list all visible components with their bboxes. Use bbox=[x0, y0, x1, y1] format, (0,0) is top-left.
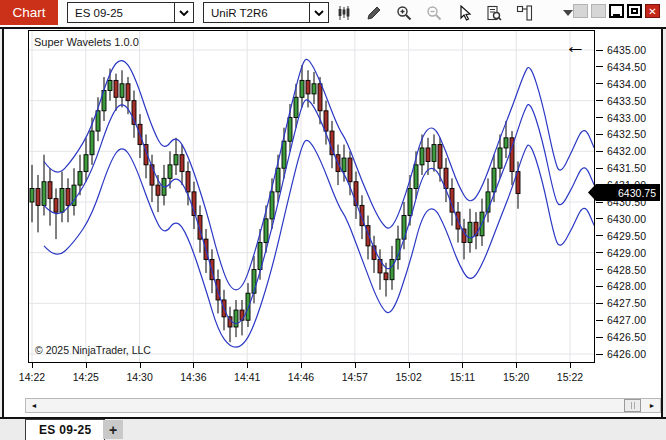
time-axis-label: 14:36 bbox=[171, 371, 215, 383]
candle-up bbox=[246, 293, 250, 320]
window-border bbox=[661, 27, 663, 419]
price-axis-label: 6430.00 bbox=[596, 212, 646, 226]
scrollbar-thumb[interactable] bbox=[624, 399, 641, 412]
chart-type-icon[interactable] bbox=[334, 3, 354, 23]
candle-down bbox=[324, 111, 328, 131]
candle-up bbox=[294, 97, 298, 117]
time-axis-tick bbox=[86, 363, 87, 368]
time-axis-label: 14:25 bbox=[64, 371, 108, 383]
time-axis-label: 14:46 bbox=[279, 371, 323, 383]
copyright-label: © 2025 NinjaTrader, LLC bbox=[35, 344, 151, 356]
candle-up bbox=[504, 138, 508, 148]
candle-up bbox=[108, 80, 112, 90]
interval-value: UniR T2R6 bbox=[204, 7, 309, 19]
time-axis-tick bbox=[193, 363, 194, 368]
candle-up bbox=[420, 148, 424, 165]
time-axis-tick bbox=[247, 363, 248, 368]
price-axis-label: 6426.50 bbox=[596, 330, 646, 344]
candle-up bbox=[276, 168, 280, 192]
price-axis-label: 6433.50 bbox=[596, 94, 646, 108]
candle-down bbox=[48, 182, 52, 199]
time-axis-label: 15:22 bbox=[548, 371, 592, 383]
time-axis-label: 15:11 bbox=[440, 371, 484, 383]
candle-down bbox=[156, 185, 160, 195]
time-axis-tick bbox=[570, 363, 571, 368]
zoom-out-icon[interactable] bbox=[424, 3, 444, 23]
toolbar-icons bbox=[334, 3, 578, 23]
last-price-tag: 6430.75 bbox=[588, 184, 660, 201]
price-axis-label: 6431.50 bbox=[596, 161, 646, 175]
scroll-left-arrow-icon[interactable]: ◄ bbox=[26, 399, 42, 412]
price-axis-label: 6429.00 bbox=[596, 246, 646, 260]
time-axis-label: 15:02 bbox=[387, 371, 431, 383]
time-axis-tick bbox=[409, 363, 410, 368]
candle-down bbox=[66, 188, 70, 205]
candle-down bbox=[54, 199, 58, 213]
minimize-button[interactable] bbox=[609, 4, 624, 18]
blank-button[interactable] bbox=[591, 4, 606, 18]
candle-up bbox=[408, 188, 412, 215]
price-axis-label: 6432.00 bbox=[596, 144, 646, 158]
minimize-icon bbox=[613, 14, 620, 16]
interval-select[interactable]: UniR T2R6 bbox=[203, 2, 329, 23]
time-axis-tick bbox=[32, 363, 33, 368]
cursor-icon[interactable] bbox=[454, 3, 474, 23]
candle-up bbox=[390, 259, 394, 279]
price-axis-label: 6432.50 bbox=[596, 127, 646, 141]
candle-up bbox=[90, 131, 94, 155]
chevron-down-icon[interactable] bbox=[309, 3, 328, 22]
horizontal-scrollbar[interactable]: ◄ ► bbox=[25, 398, 661, 413]
window-buttons: ✕ bbox=[573, 4, 660, 18]
chart-plot-area[interactable]: Super Wavelets 1.0.0 © 2025 NinjaTrader,… bbox=[28, 30, 595, 363]
zoom-in-icon[interactable] bbox=[394, 3, 414, 23]
time-axis-label: 14:41 bbox=[225, 371, 269, 383]
report-icon[interactable] bbox=[484, 3, 504, 23]
candle-up bbox=[432, 145, 436, 162]
candle-up bbox=[312, 84, 316, 94]
candle-up bbox=[492, 168, 496, 192]
time-axis[interactable]: 14:2214:2514:3014:3614:4114:4614:5715:02… bbox=[28, 363, 595, 389]
restore-button[interactable] bbox=[627, 4, 642, 18]
chart-trader-icon[interactable] bbox=[514, 3, 534, 23]
restore-icon bbox=[631, 8, 638, 14]
price-axis-label: 6429.50 bbox=[596, 229, 646, 243]
candle-up bbox=[174, 155, 178, 165]
price-axis[interactable]: 6430.75 6435.006434.506434.006433.506433… bbox=[596, 30, 660, 363]
time-axis-label: 15:20 bbox=[494, 371, 538, 383]
time-axis-tick bbox=[301, 363, 302, 368]
blank-button[interactable] bbox=[573, 4, 588, 18]
scroll-right-arrow-icon[interactable]: ► bbox=[644, 399, 660, 412]
close-button[interactable]: ✕ bbox=[645, 4, 660, 18]
chart-window: Chart ES 09-25 UniR T2R6 bbox=[0, 0, 666, 440]
time-axis-tick bbox=[355, 363, 356, 368]
time-axis-tick bbox=[462, 363, 463, 368]
candle-down bbox=[36, 188, 40, 205]
chart-canvas[interactable] bbox=[29, 31, 594, 362]
candle-up bbox=[300, 80, 304, 97]
candle-down bbox=[186, 172, 190, 192]
candle-up bbox=[498, 148, 502, 168]
candle-up bbox=[60, 188, 64, 212]
tab-bar: ES 09-25 + bbox=[0, 419, 666, 440]
candle-down bbox=[126, 84, 130, 101]
candle-up bbox=[288, 118, 292, 142]
tab-instrument[interactable]: ES 09-25 bbox=[25, 419, 105, 440]
chevron-down-icon[interactable] bbox=[174, 3, 193, 22]
titlebar: Chart ES 09-25 UniR T2R6 bbox=[0, 0, 666, 27]
close-icon: ✕ bbox=[648, 6, 656, 17]
go-to-last-bar-arrow-icon[interactable]: ← bbox=[565, 37, 586, 55]
candle-down bbox=[114, 80, 118, 97]
time-axis-label: 14:30 bbox=[118, 371, 162, 383]
instrument-value: ES 09-25 bbox=[68, 7, 174, 19]
candle-up bbox=[42, 182, 46, 206]
time-axis-label: 14:22 bbox=[10, 371, 54, 383]
add-tab-button[interactable]: + bbox=[103, 420, 123, 439]
candle-up bbox=[342, 158, 346, 172]
instrument-select[interactable]: ES 09-25 bbox=[67, 2, 194, 23]
candle-up bbox=[264, 219, 268, 243]
draw-icon[interactable] bbox=[364, 3, 384, 23]
time-axis-label: 14:57 bbox=[333, 371, 377, 383]
candle-up bbox=[234, 310, 238, 327]
candle-up bbox=[78, 172, 82, 186]
price-axis-label: 6427.00 bbox=[596, 313, 646, 327]
